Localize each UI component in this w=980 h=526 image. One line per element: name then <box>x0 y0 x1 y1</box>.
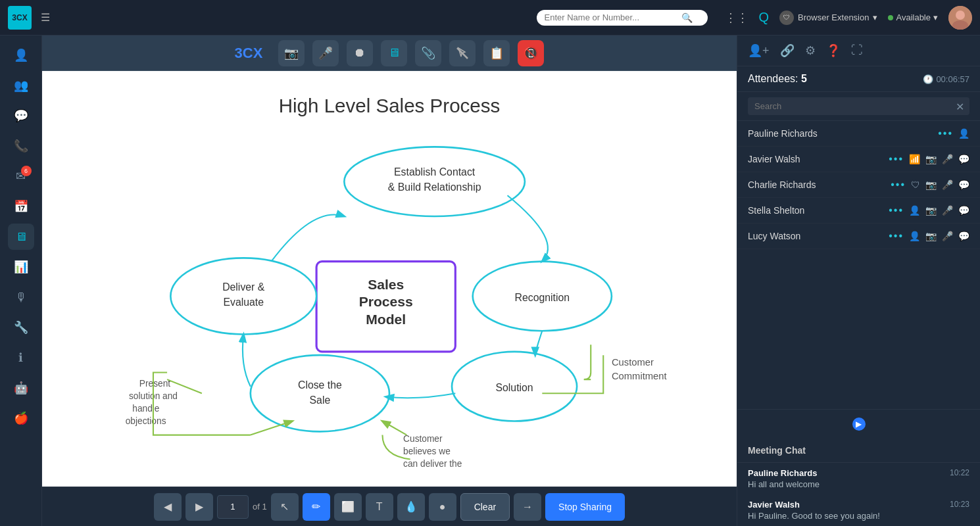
extension-label: Browser Extension <box>798 12 869 22</box>
page-number-input[interactable] <box>217 495 249 519</box>
search-input[interactable] <box>545 12 676 22</box>
center-area: 3CX 📷 🎤 ⏺ 🖥 📎 📋 📵 High Level Sales Proce… <box>42 36 737 526</box>
attendee-camera-icon[interactable]: 📷 <box>925 205 937 216</box>
help-icon[interactable]: ❓ <box>826 43 841 58</box>
svg-text:Model: Model <box>366 312 406 327</box>
sidebar: 👤 👥 💬 📞 ✉ 6 📅 🖥 📊 🎙 🔧 ℹ 🤖 🍎 <box>0 36 42 526</box>
sidebar-item-info[interactable]: ℹ <box>8 345 34 371</box>
browser-extension-button[interactable]: 🛡 Browser Extension ▾ <box>779 11 877 25</box>
attendee-dots[interactable]: ••• <box>938 128 953 139</box>
prev-icon: ◀ <box>164 500 172 513</box>
attachment-button[interactable]: 📎 <box>415 40 441 66</box>
attendee-bar-icon[interactable]: 📶 <box>909 154 920 164</box>
add-attendee-icon[interactable]: 👤+ <box>748 43 770 58</box>
attendee-person-icon[interactable]: 👤 <box>909 231 920 241</box>
attendee-camera-icon[interactable]: 📷 <box>925 179 937 190</box>
attendee-chat-icon[interactable]: 💬 <box>958 205 969 216</box>
chat-message: Pauline Richards 10:22 Hi all and welcom… <box>737 463 980 494</box>
screen-icon: 🖥 <box>388 46 400 60</box>
gear-icon[interactable]: ⚙ <box>805 43 816 58</box>
sidebar-item-settings[interactable]: 🔧 <box>8 314 34 341</box>
record-button[interactable]: ⏺ <box>347 40 373 66</box>
sidebar-item-calendar[interactable]: 📅 <box>8 193 34 220</box>
sidebar-item-person[interactable]: 👤 <box>8 42 34 68</box>
arrow-solution-close <box>386 393 456 398</box>
record-icon: ⏺ <box>354 46 366 60</box>
text-tool[interactable]: T <box>366 493 393 521</box>
sidebar-item-meeting[interactable]: 🖥 <box>8 224 34 250</box>
attendee-actions: ••• 👤 📷 🎤 💬 <box>889 204 969 216</box>
sidebar-item-email[interactable]: ✉ 6 <box>8 163 34 189</box>
link-icon[interactable]: 🔗 <box>780 43 795 58</box>
screen-share-button[interactable]: 🖥 <box>381 40 407 66</box>
attendee-dots[interactable]: ••• <box>889 204 904 216</box>
forward-button[interactable]: → <box>514 493 541 521</box>
search-clear-icon[interactable]: ✕ <box>956 100 964 112</box>
avatar[interactable] <box>948 6 972 30</box>
hamburger-menu[interactable]: ☰ <box>41 11 50 24</box>
attendee-camera-icon[interactable]: 📷 <box>925 231 937 241</box>
extension-icon: 🛡 <box>779 11 794 25</box>
prev-page-button[interactable]: ◀ <box>154 493 182 521</box>
fill-tool[interactable]: 💧 <box>397 493 425 521</box>
attendee-shield-icon[interactable]: 🛡 <box>911 179 920 190</box>
arrow-close-deliver <box>243 334 251 386</box>
eraser-tool[interactable]: ⬜ <box>334 493 362 521</box>
status-button[interactable]: Available ▾ <box>888 12 938 22</box>
attendee-chat-icon[interactable]: 💬 <box>958 231 969 241</box>
camera-button[interactable]: 📷 <box>278 40 305 66</box>
svg-text:Solution: Solution <box>495 382 533 393</box>
attendee-dots[interactable]: ••• <box>889 153 904 165</box>
attendee-camera-icon[interactable]: 📷 <box>925 154 937 164</box>
attendees-search-input[interactable] <box>748 97 969 115</box>
pen-tool[interactable]: ✏ <box>303 493 330 521</box>
q-icon[interactable]: Q <box>759 10 770 25</box>
sidebar-item-android[interactable]: 🤖 <box>8 375 34 401</box>
attendee-dots[interactable]: ••• <box>889 230 904 242</box>
attendee-mic-icon[interactable]: 🎤 <box>942 179 953 190</box>
right-panel: 👤+ 🔗 ⚙ ❓ ⛶ Attendees: 5 🕐 00:06:57 ✕ <box>737 36 980 526</box>
meeting-timer: 🕐 00:06:57 <box>923 74 969 84</box>
sidebar-item-contacts[interactable]: 👥 <box>8 72 34 99</box>
grid-icon[interactable]: ⋮⋮ <box>725 11 748 25</box>
collapse-panel-button[interactable]: ▶ <box>852 418 866 431</box>
attendee-row: Javier Walsh ••• 📶 📷 🎤 💬 <box>737 147 980 172</box>
attendee-actions: ••• 👤 📷 🎤 💬 <box>889 230 969 242</box>
meeting-icon: 🖥 <box>15 230 27 244</box>
sidebar-item-apple[interactable]: 🍎 <box>8 405 34 431</box>
sidebar-item-chat[interactable]: 💬 <box>8 103 34 129</box>
pointer-button[interactable] <box>449 40 476 66</box>
chat-icon: 💬 <box>14 108 28 123</box>
clear-button[interactable]: Clear <box>460 493 510 521</box>
presentation-title: High Level Sales Process <box>279 95 501 116</box>
stop-sharing-button[interactable]: Stop Sharing <box>545 493 625 521</box>
notes-icon: 📋 <box>489 46 504 60</box>
svg-text:Commitment: Commitment <box>612 371 667 381</box>
notes-button[interactable]: 📋 <box>483 40 510 66</box>
attendee-chat-icon[interactable]: 💬 <box>958 179 969 190</box>
attendee-mic-icon[interactable]: 🎤 <box>942 205 953 216</box>
svg-text:Sale: Sale <box>310 394 331 406</box>
annotation-believes: Customer <box>403 434 443 444</box>
sidebar-item-phone[interactable]: 📞 <box>8 133 34 159</box>
attendee-name: Pauline Richards <box>748 128 938 139</box>
attendee-row: Stella Shelton ••• 👤 📷 🎤 💬 <box>737 198 980 224</box>
attendee-mic-icon[interactable]: 🎤 <box>942 154 953 164</box>
chat-section: Meeting Chat Pauline Richards 10:22 Hi a… <box>737 439 980 526</box>
circle-tool[interactable]: ● <box>429 493 456 521</box>
sidebar-item-chart[interactable]: 📊 <box>8 254 34 280</box>
end-call-button[interactable]: 📵 <box>518 40 544 66</box>
next-icon: ▶ <box>195 500 203 513</box>
attachment-icon: 📎 <box>421 46 435 60</box>
circle-icon: ● <box>439 501 446 513</box>
attendee-chat-icon[interactable]: 💬 <box>958 154 969 164</box>
cursor-tool[interactable]: ↖ <box>271 493 299 521</box>
attendee-person-icon[interactable]: 👤 <box>909 205 920 216</box>
attendee-person-icon[interactable]: 👤 <box>958 128 969 139</box>
microphone-button[interactable]: 🎤 <box>312 40 339 66</box>
attendee-dots[interactable]: ••• <box>891 179 906 191</box>
attendee-mic-icon[interactable]: 🎤 <box>942 231 953 241</box>
sidebar-item-mic[interactable]: 🎙 <box>8 284 34 310</box>
fullscreen-icon[interactable]: ⛶ <box>851 43 863 58</box>
next-page-button[interactable]: ▶ <box>185 493 213 521</box>
